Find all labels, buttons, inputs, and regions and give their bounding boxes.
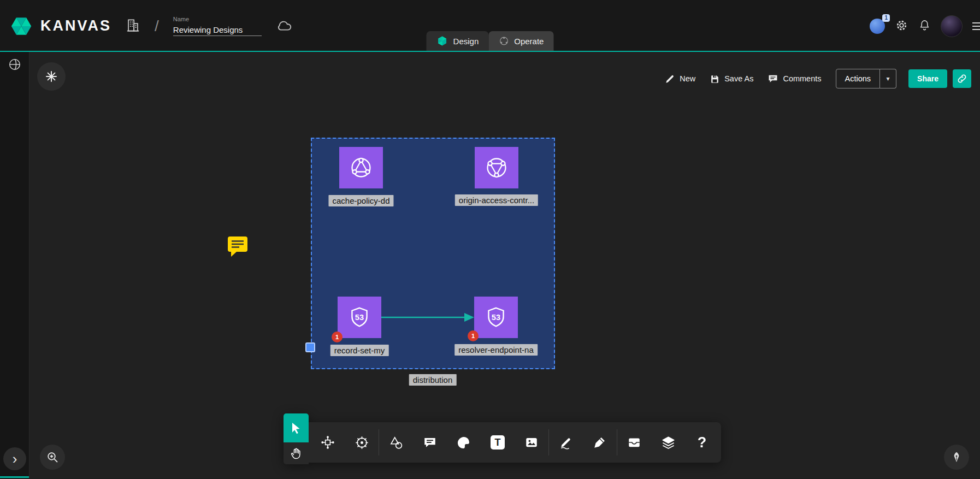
share-button[interactable]: Share — [908, 69, 947, 88]
zoom-button[interactable] — [40, 445, 65, 470]
comments-button[interactable]: Comments — [768, 73, 821, 84]
tools-dock-bar: T — [309, 422, 721, 463]
helm-wheel-icon — [355, 435, 369, 450]
floppy-disk-icon — [710, 74, 720, 84]
operate-tab-icon — [498, 36, 509, 46]
node-label-record-set[interactable]: record-set-my — [330, 345, 389, 356]
new-button[interactable]: New — [665, 74, 695, 84]
comment-tool[interactable] — [413, 422, 447, 463]
breadcrumb-separator: / — [155, 17, 159, 35]
text-tool[interactable]: T — [481, 422, 515, 463]
hamburger-menu-icon[interactable] — [972, 22, 980, 30]
chevron-right-icon: › — [13, 451, 17, 467]
node-cache-policy[interactable] — [339, 147, 383, 188]
pan-hand-tool[interactable] — [284, 442, 309, 464]
node-label-cache-policy[interactable]: cache-policy-dd — [328, 195, 393, 206]
comments-button-label: Comments — [783, 74, 821, 83]
component-icon — [321, 435, 335, 450]
kubernetes-tool[interactable] — [345, 422, 379, 463]
select-cursor-tool[interactable] — [284, 413, 309, 442]
actions-split-button: Actions ▾ — [836, 69, 897, 88]
node-label-resolver-endpoint[interactable]: resolver-endpoint-na — [454, 344, 538, 356]
edge-arrow[interactable] — [379, 309, 477, 326]
tab-operate-label: Operate — [514, 37, 544, 46]
pen-tool[interactable] — [583, 422, 617, 463]
cloud-sync-icon[interactable] — [276, 18, 293, 34]
pen-edit-icon — [593, 435, 607, 450]
workspace-globe-icon[interactable] — [8, 57, 22, 74]
sticker-tool[interactable] — [447, 422, 481, 463]
node-badge-resolver-endpoint[interactable]: 1 — [468, 330, 479, 341]
main-area: › New Save As — [0, 52, 980, 478]
svg-text:53: 53 — [355, 313, 364, 322]
tab-design-label: Design — [453, 37, 479, 46]
signature-pen-button[interactable] — [944, 445, 969, 470]
sticker-blob-icon — [457, 435, 471, 450]
mode-tabs: Design Operate — [427, 31, 554, 51]
shapes-tool[interactable] — [379, 422, 413, 463]
design-name-label: Name — [173, 16, 262, 22]
comment-icon — [423, 435, 437, 450]
comment-pin-icon[interactable] — [226, 235, 249, 259]
question-mark-icon: ? — [698, 434, 707, 451]
pen-nib-icon — [950, 451, 963, 464]
pencil-icon — [665, 74, 675, 84]
organization-building-icon[interactable] — [126, 18, 140, 34]
sidebar-accent-line — [0, 476, 29, 478]
route53-shield-icon: 53 — [484, 305, 508, 329]
node-badge-record-set[interactable]: 1 — [332, 332, 343, 342]
save-as-button[interactable]: Save As — [710, 74, 753, 84]
save-as-button-label: Save As — [724, 74, 753, 83]
new-button-label: New — [680, 74, 695, 83]
link-icon — [957, 73, 967, 84]
image-icon — [524, 435, 539, 450]
hand-icon — [290, 447, 303, 460]
app-title: KANVAS — [40, 17, 111, 34]
zoom-in-magnifier-icon — [46, 451, 59, 464]
copy-link-button[interactable] — [953, 69, 971, 88]
notifications-bell-icon[interactable] — [918, 19, 931, 33]
design-name-input[interactable] — [173, 24, 262, 36]
node-resolver-endpoint[interactable]: 53 — [474, 297, 518, 338]
help-tool[interactable]: ? — [685, 422, 719, 463]
selection-resize-handle[interactable] — [305, 342, 315, 352]
design-tab-icon — [436, 35, 448, 47]
image-tool[interactable] — [515, 422, 548, 463]
design-name-field: Name — [173, 16, 262, 36]
node-label-origin-access-control[interactable]: origin-access-contr... — [455, 194, 538, 206]
kanvas-logo-icon — [9, 14, 34, 39]
component-tool[interactable] — [311, 422, 345, 463]
design-canvas[interactable]: New Save As Comments Actions — [29, 52, 980, 478]
tab-operate[interactable]: Operate — [488, 31, 553, 51]
archive-tool[interactable] — [617, 422, 651, 463]
route53-shield-icon: 53 — [347, 305, 371, 329]
sidebar-expand-button[interactable]: › — [3, 447, 26, 470]
node-origin-access-control[interactable] — [475, 147, 518, 188]
comment-bubble-icon — [768, 73, 778, 84]
cloudfront-cache-policy-icon — [349, 155, 374, 180]
group-label-distribution[interactable]: distribution — [409, 374, 457, 386]
chevron-down-icon: ▾ — [887, 75, 890, 82]
canvas-toolbar: New Save As Comments Actions — [665, 69, 971, 88]
app-header: KANVAS / Name De — [0, 0, 980, 52]
tab-design[interactable]: Design — [427, 31, 489, 51]
pencil-tool[interactable] — [549, 422, 583, 463]
layers-tool[interactable] — [651, 422, 685, 463]
avatar[interactable] — [941, 15, 963, 37]
drawer-icon — [627, 435, 641, 450]
settings-gear-icon[interactable] — [895, 19, 908, 34]
shapes-icon — [389, 435, 404, 450]
left-sidebar: › — [0, 52, 29, 478]
actions-button[interactable]: Actions — [836, 69, 881, 88]
actions-dropdown-caret[interactable]: ▾ — [880, 69, 896, 88]
origin-access-control-icon — [484, 155, 509, 180]
pencil-draw-icon — [559, 435, 573, 450]
kanvas-logo[interactable]: KANVAS — [9, 14, 111, 39]
environment-icon[interactable]: 1 — [870, 19, 885, 34]
canvas-menu-button[interactable] — [37, 62, 66, 91]
notification-count-badge: 1 — [882, 14, 890, 22]
svg-text:53: 53 — [492, 313, 500, 322]
cursor-arrow-icon — [290, 422, 303, 435]
node-record-set[interactable]: 53 — [338, 297, 381, 338]
tools-dock: T — [284, 413, 721, 464]
